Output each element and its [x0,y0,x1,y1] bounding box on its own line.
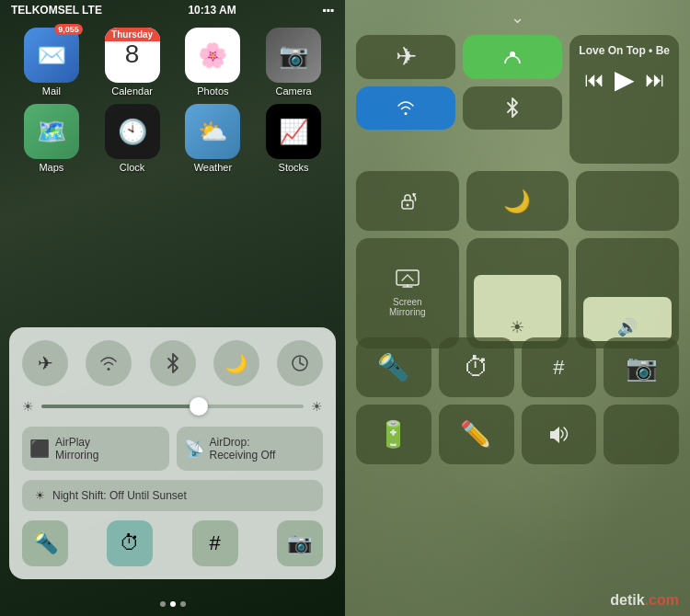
battery-icon: ▪▪▪ [322,4,334,17]
brightness-min-icon: ☀ [22,399,34,414]
cc-top-toggles: ✈ [356,35,562,130]
airdrop-button[interactable]: 📡 AirDrop:Receiving Off [177,427,324,471]
music-title: Love On Top • Be [579,44,670,57]
airplay-label: AirPlayMirroring [55,436,98,462]
moon-right[interactable]: 🌙 [466,171,569,231]
rotation-toggle[interactable] [277,340,323,386]
svg-rect-4 [397,270,419,285]
app-photos[interactable]: 🌸 Photos [177,28,250,97]
flashlight-right[interactable]: 🔦 [356,337,431,397]
moon-icon: 🌙 [503,188,531,214]
camera-icon: 📷 [266,28,321,83]
flashlight-icon: 🔦 [377,352,409,382]
slider-thumb [190,397,208,416]
notes-right[interactable]: ✏️ [439,405,514,464]
airplay-icon: ⬛ [29,439,50,459]
volume-slider-right[interactable]: 🔊 [576,238,679,348]
dot-2 [170,601,176,607]
watermark: detik.com [610,592,679,609]
camera-bottom-button[interactable]: 📷 [277,520,323,566]
control-center-left: ✈ 🌙 ☀ [9,327,336,579]
left-panel: TELKOMSEL LTE 10:13 AM ▪▪▪ ✉️ 9,055 Mail… [0,0,345,616]
sound-right[interactable] [522,405,597,464]
bluetooth-toggle-right[interactable] [463,86,562,131]
camera-label: Camera [276,86,312,97]
app-stocks[interactable]: 📈 Stocks [257,104,330,173]
play-button[interactable]: ▶ [615,64,635,95]
airplane-toggle[interactable]: ✈ [22,340,68,386]
airplay-button[interactable]: ⬛ AirPlayMirroring [22,427,169,471]
prev-button[interactable]: ⏮ [584,68,604,92]
calculator-button[interactable]: # [192,520,238,566]
cc-bottom-row2: 🔋 ✏️ [356,405,679,464]
dnd-toggle[interactable]: 🌙 [213,340,259,386]
brightness-max-icon: ☀ [311,399,323,414]
cc-top-section: ✈ [356,35,679,164]
app-calendar[interactable]: Thursday 8 Calendar [96,28,169,97]
rotation-lock-right[interactable] [356,171,459,231]
cc-buttons-row: ⬛ AirPlayMirroring 📡 AirDrop:Receiving O… [22,427,323,471]
volume-icon: 🔊 [617,317,638,337]
status-time: 10:13 AM [188,4,236,17]
weather-label: Weather [194,162,232,173]
weather-icon: ⛅ [185,104,240,159]
calculator-right[interactable]: # [522,337,597,397]
calendar-icon: Thursday 8 [105,28,160,83]
next-button[interactable]: ⏭ [645,68,665,92]
battery-right[interactable]: 🔋 [356,405,431,464]
maps-label: Maps [39,162,63,173]
screen-mirror-icon [396,269,420,293]
airplane-toggle-right[interactable]: ✈ [356,35,455,79]
app-weather[interactable]: ⛅ Weather [177,104,250,173]
cc-mirror-row: ScreenMirroring ☀ 🔊 [356,238,679,330]
timer-button[interactable]: ⏱ [107,520,153,566]
photos-icon: 🌸 [185,28,240,83]
app-camera[interactable]: 📷 Camera [257,28,330,97]
dot-indicator [0,601,345,607]
stocks-label: Stocks [279,162,309,173]
camera-icon: 📷 [626,352,658,382]
wifi-toggle-right[interactable] [356,86,455,131]
calculator-icon: # [553,356,564,380]
empty-cell [576,171,679,231]
timer-icon: ⏱ [464,352,489,382]
app-mail[interactable]: ✉️ 9,055 Mail [15,28,88,97]
notes-icon: ✏️ [460,419,492,450]
music-controls: ⏮ ▶ ⏭ [579,64,670,95]
night-shift-button[interactable]: ☀ Night Shift: Off Until Sunset [22,480,323,511]
app-maps[interactable]: 🗺️ Maps [15,104,88,173]
photos-label: Photos [197,86,228,97]
timer-right[interactable]: ⏱ [439,337,514,397]
brightness-slider[interactable]: ☀ ☀ [22,399,323,414]
right-panel: ⌄ ✈ [345,0,690,616]
carrier-text: TELKOMSEL LTE [11,4,102,17]
calendar-day: 8 [125,41,140,67]
cell-toggle-right[interactable] [463,35,562,79]
svg-point-3 [406,203,408,206]
stocks-icon: 📈 [266,104,321,159]
cc-toggles: ✈ 🌙 [22,340,323,386]
mail-label: Mail [42,86,61,97]
cc-right: ✈ [345,35,690,464]
wifi-toggle[interactable] [86,340,132,386]
mail-badge: 9,055 [54,24,83,35]
app-grid: ✉️ 9,055 Mail Thursday 8 Calendar 🌸 Phot… [0,20,345,180]
slider-fill [41,405,199,408]
bluetooth-toggle[interactable] [150,340,196,386]
camera-right[interactable]: 📷 [604,337,679,397]
dot-1 [160,601,166,607]
slider-track [41,405,304,408]
app-clock[interactable]: 🕙 Clock [96,104,169,173]
clock-icon: 🕙 [105,104,160,159]
chevron-indicator: ⌄ [345,0,690,35]
mail-icon: ✉️ 9,055 [24,28,79,83]
flashlight-button[interactable]: 🔦 [22,520,68,566]
maps-icon: 🗺️ [24,104,79,159]
brightness-slider-right[interactable]: ☀ [466,238,569,348]
calendar-label: Calendar [111,86,153,97]
status-right: ▪▪▪ [322,4,334,17]
screen-mirror-label: ScreenMirroring [389,297,425,317]
airdrop-icon: 📡 [184,439,204,459]
brightness-icon: ☀ [510,317,524,337]
screen-mirror-button[interactable]: ScreenMirroring [356,238,459,348]
